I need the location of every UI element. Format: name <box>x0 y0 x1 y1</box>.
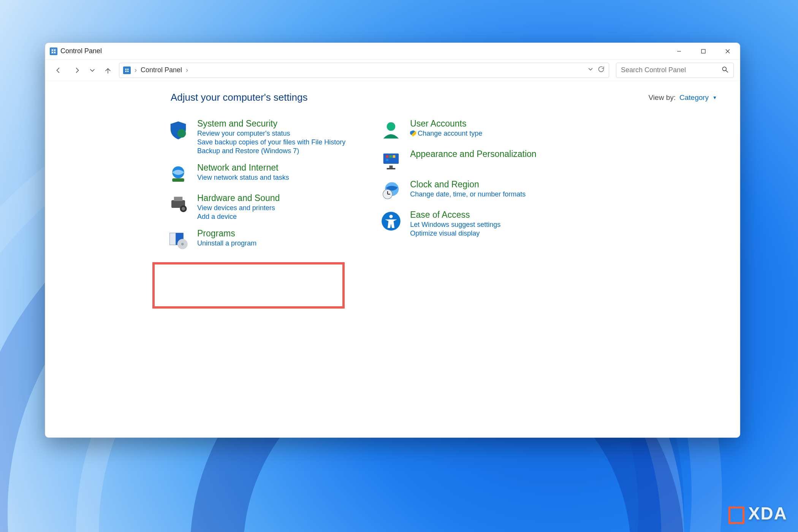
svg-point-22 <box>182 207 185 211</box>
svg-rect-30 <box>390 155 392 158</box>
category-hardware-and-sound: Hardware and Sound View devices and prin… <box>167 193 345 221</box>
category-title[interactable]: Appearance and Personalization <box>410 149 536 159</box>
search-icon[interactable] <box>721 66 729 75</box>
recent-locations-button[interactable] <box>88 63 97 78</box>
svg-rect-32 <box>386 159 389 162</box>
shield-icon <box>167 119 190 141</box>
svg-rect-4 <box>54 52 55 53</box>
programs-icon <box>167 228 190 251</box>
category-link[interactable]: Change date, time, or number formats <box>410 190 526 198</box>
page-heading: Adjust your computer's settings <box>171 92 307 103</box>
category-link[interactable]: Uninstall a program <box>197 239 256 247</box>
clock-globe-icon <box>380 179 402 202</box>
category-clock-and-region: Clock and Region Change date, time, or n… <box>380 179 536 202</box>
category-title[interactable]: User Accounts <box>410 119 482 129</box>
svg-rect-0 <box>51 48 57 54</box>
xda-watermark-text: XDA <box>748 503 787 524</box>
breadcrumb-separator: › <box>135 66 137 74</box>
svg-rect-18 <box>172 178 184 182</box>
search-box[interactable] <box>616 63 734 78</box>
user-icon <box>380 119 402 141</box>
category-link[interactable]: Add a device <box>197 213 280 221</box>
category-link[interactable]: Review your computer's status <box>197 130 345 138</box>
category-programs: Programs Uninstall a program <box>167 228 345 251</box>
svg-rect-2 <box>54 49 55 51</box>
svg-rect-33 <box>390 166 393 168</box>
address-dropdown-button[interactable] <box>587 65 594 75</box>
minimize-button[interactable] <box>667 43 691 60</box>
xda-logo-icon <box>728 505 745 522</box>
control-panel-window: Control Panel <box>45 43 740 438</box>
svg-rect-3 <box>52 52 53 53</box>
refresh-button[interactable] <box>597 65 605 75</box>
window-controls <box>667 43 740 60</box>
xda-watermark: XDA <box>728 503 787 524</box>
category-link[interactable]: Backup and Restore (Windows 7) <box>197 147 345 155</box>
category-column-left: System and Security Review your computer… <box>167 119 345 251</box>
monitor-icon <box>380 149 402 172</box>
globe-icon <box>167 163 190 185</box>
svg-rect-34 <box>387 168 396 169</box>
chevron-down-icon[interactable]: ▼ <box>712 95 717 100</box>
breadcrumb-root[interactable]: Control Panel <box>141 66 182 74</box>
category-title[interactable]: Ease of Access <box>410 210 500 220</box>
svg-point-27 <box>387 122 396 131</box>
printer-icon <box>167 193 190 216</box>
svg-rect-28 <box>383 154 399 164</box>
category-link[interactable]: Let Windows suggest settings <box>410 221 500 229</box>
accessibility-icon <box>380 210 402 233</box>
svg-rect-20 <box>174 197 183 201</box>
category-user-accounts: User Accounts Change account type <box>380 119 536 141</box>
forward-button[interactable] <box>70 63 84 78</box>
svg-point-40 <box>390 215 393 218</box>
back-button[interactable] <box>51 63 66 78</box>
highlight-box-programs <box>152 262 345 309</box>
content-area: Adjust your computer's settings View by:… <box>45 81 740 437</box>
control-panel-icon <box>123 66 131 74</box>
control-panel-icon <box>50 48 57 55</box>
address-bar[interactable]: › Control Panel › <box>119 63 609 78</box>
category-column-right: User Accounts Change account type Appear… <box>380 119 536 251</box>
navigation-bar: › Control Panel › <box>45 60 740 81</box>
category-link[interactable]: View devices and printers <box>197 204 280 212</box>
window-title: Control Panel <box>60 47 102 55</box>
close-button[interactable] <box>716 43 740 60</box>
category-appearance-and-personalization: Appearance and Personalization <box>380 149 536 172</box>
svg-point-16 <box>177 129 186 138</box>
breadcrumb-separator: › <box>186 66 188 74</box>
view-by-value[interactable]: Category <box>679 93 709 102</box>
category-title[interactable]: Clock and Region <box>410 179 526 190</box>
category-title[interactable]: Network and Internet <box>197 163 289 173</box>
view-by-label: View by: <box>649 93 676 102</box>
svg-rect-12 <box>125 70 127 72</box>
svg-rect-1 <box>52 49 53 51</box>
category-link[interactable]: View network status and tasks <box>197 174 289 182</box>
up-button[interactable] <box>101 63 115 78</box>
category-link[interactable]: Save backup copies of your files with Fi… <box>197 138 345 146</box>
svg-rect-11 <box>127 68 129 70</box>
svg-rect-13 <box>127 70 129 72</box>
svg-rect-31 <box>393 155 396 158</box>
maximize-button[interactable] <box>691 43 716 60</box>
category-link[interactable]: Change account type <box>410 130 482 138</box>
svg-line-15 <box>726 70 728 72</box>
svg-rect-6 <box>701 49 705 53</box>
svg-point-26 <box>181 243 184 245</box>
svg-point-14 <box>722 67 726 71</box>
search-input[interactable] <box>621 66 721 74</box>
category-title[interactable]: Programs <box>197 228 256 239</box>
svg-rect-29 <box>386 155 389 158</box>
category-network-and-internet: Network and Internet View network status… <box>167 163 345 185</box>
titlebar: Control Panel <box>45 43 740 60</box>
category-link[interactable]: Optimize visual display <box>410 230 500 238</box>
category-title[interactable]: Hardware and Sound <box>197 193 280 203</box>
svg-rect-10 <box>125 68 127 70</box>
view-by-control: View by: Category ▼ <box>649 93 717 102</box>
category-title[interactable]: System and Security <box>197 119 345 129</box>
category-system-and-security: System and Security Review your computer… <box>167 119 345 155</box>
category-ease-of-access: Ease of Access Let Windows suggest setti… <box>380 210 536 238</box>
